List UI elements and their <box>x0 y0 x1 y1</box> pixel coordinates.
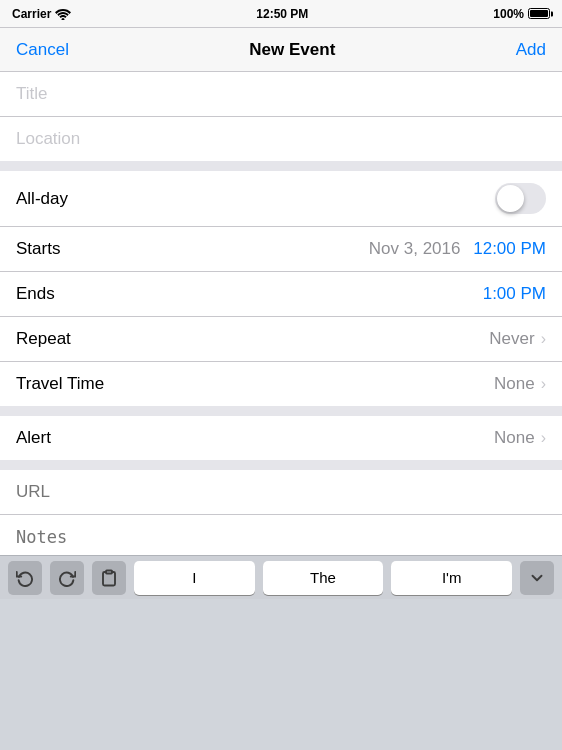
page-title: New Event <box>249 40 335 60</box>
starts-value: Nov 3, 2016 12:00 PM <box>369 239 546 259</box>
keyboard-area: I The I'm <box>0 555 562 750</box>
ends-value: 1:00 PM <box>483 284 546 304</box>
keyboard-collapse-button[interactable] <box>520 561 554 595</box>
clipboard-button[interactable] <box>92 561 126 595</box>
alert-value-text: None <box>494 428 535 448</box>
repeat-value: Never › <box>489 329 546 349</box>
undo-icon <box>16 569 34 587</box>
repeat-chevron: › <box>541 330 546 348</box>
title-input[interactable] <box>0 72 562 117</box>
travel-time-row[interactable]: Travel Time None › <box>0 362 562 406</box>
nav-bar: Cancel New Event Add <box>0 28 562 72</box>
starts-row[interactable]: Starts Nov 3, 2016 12:00 PM <box>0 227 562 272</box>
travel-time-value-text: None <box>494 374 535 394</box>
redo-icon <box>58 569 76 587</box>
title-location-section <box>0 72 562 161</box>
starts-label: Starts <box>16 239 60 259</box>
alert-section: Alert None › <box>0 416 562 460</box>
alert-value: None › <box>494 428 546 448</box>
wifi-icon <box>55 8 71 20</box>
keyboard-toolbar: I The I'm <box>0 555 562 599</box>
alert-label: Alert <box>16 428 51 448</box>
undo-button[interactable] <box>8 561 42 595</box>
alert-chevron: › <box>541 429 546 447</box>
word-suggestion-1[interactable]: I <box>134 561 255 595</box>
svg-point-0 <box>62 18 65 20</box>
clipboard-icon <box>100 569 118 587</box>
starts-date: Nov 3, 2016 <box>369 239 461 259</box>
battery-percent: 100% <box>493 7 524 21</box>
battery-icon <box>528 8 550 19</box>
travel-time-value: None › <box>494 374 546 394</box>
repeat-label: Repeat <box>16 329 71 349</box>
status-left: Carrier <box>12 7 71 21</box>
starts-time: 12:00 PM <box>473 239 546 259</box>
word-suggestion-3[interactable]: I'm <box>391 561 512 595</box>
ends-row[interactable]: Ends 1:00 PM <box>0 272 562 317</box>
ends-label: Ends <box>16 284 55 304</box>
notes-input[interactable] <box>0 515 562 555</box>
cancel-button[interactable]: Cancel <box>16 40 69 60</box>
status-time: 12:50 PM <box>256 7 308 21</box>
url-notes-section <box>0 470 562 555</box>
keyboard-keys <box>0 599 562 750</box>
toggle-knob <box>497 185 524 212</box>
all-day-row: All-day <box>0 171 562 227</box>
status-right: 100% <box>493 7 550 21</box>
ends-time: 1:00 PM <box>483 284 546 304</box>
travel-time-chevron: › <box>541 375 546 393</box>
chevron-down-icon <box>528 569 546 587</box>
event-details-section: All-day Starts Nov 3, 2016 12:00 PM Ends… <box>0 171 562 406</box>
travel-time-label: Travel Time <box>16 374 104 394</box>
all-day-toggle[interactable] <box>495 183 546 214</box>
add-button[interactable]: Add <box>516 40 546 60</box>
word-suggestion-2[interactable]: The <box>263 561 384 595</box>
alert-row[interactable]: Alert None › <box>0 416 562 460</box>
redo-button[interactable] <box>50 561 84 595</box>
scroll-content: All-day Starts Nov 3, 2016 12:00 PM Ends… <box>0 72 562 555</box>
svg-rect-1 <box>106 570 112 573</box>
status-bar: Carrier 12:50 PM 100% <box>0 0 562 28</box>
url-input[interactable] <box>0 470 562 515</box>
repeat-value-text: Never <box>489 329 534 349</box>
all-day-label: All-day <box>16 189 68 209</box>
carrier-label: Carrier <box>12 7 51 21</box>
location-input[interactable] <box>0 117 562 161</box>
repeat-row[interactable]: Repeat Never › <box>0 317 562 362</box>
